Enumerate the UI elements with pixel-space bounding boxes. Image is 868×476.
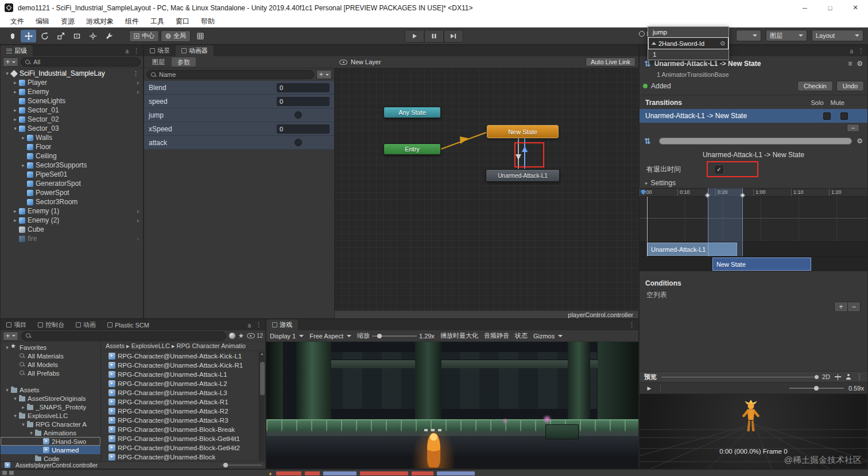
panel-menu-icon[interactable] <box>629 321 635 329</box>
prefab-open-icon[interactable]: › <box>137 217 143 224</box>
hierarchy-row[interactable]: GeneratorSpot <box>1 179 143 188</box>
hierarchy-row[interactable]: ▸ Enemy (2) › <box>1 216 143 225</box>
add-object-button[interactable]: + <box>3 57 18 67</box>
file-row[interactable]: RPG-Character@Unarmed-Block-Break <box>108 425 259 434</box>
auto-live-link-button[interactable]: Auto Live Link <box>586 57 636 67</box>
undo-button[interactable]: Undo <box>836 81 864 91</box>
status-message-illegible[interactable]: ▲ <box>268 471 475 475</box>
panel-tab[interactable]: Plastic SCM <box>102 319 155 330</box>
parameter-value-field[interactable]: 0 <box>277 124 330 134</box>
transform-tool-button[interactable] <box>85 30 100 42</box>
lock-icon[interactable] <box>850 48 853 54</box>
menu-item[interactable]: 窗口 <box>170 17 195 26</box>
hierarchy-search-input[interactable]: All <box>21 57 141 67</box>
project-tree-row[interactable]: ▾ ExplosiveLLC <box>1 411 100 420</box>
transition-list-item[interactable]: Unarmed-Attack-L1 -> New State <box>640 109 867 123</box>
project-tree-row[interactable]: All Prefabs <box>1 369 100 377</box>
checkin-button[interactable]: Checkin <box>797 81 833 91</box>
solo-checkbox[interactable] <box>823 112 831 120</box>
lock-icon[interactable] <box>247 322 251 329</box>
lock-icon[interactable] <box>125 48 129 54</box>
hierarchy-row[interactable]: ▾ Sector_03 <box>1 124 143 133</box>
step-button[interactable] <box>444 30 463 42</box>
menu-item[interactable]: 文件 <box>5 17 30 26</box>
add-parameter-button[interactable]: + <box>316 70 332 79</box>
to-state-bar[interactable]: New State <box>712 257 811 271</box>
project-tree-row[interactable]: ▸ _SNAPS_Prototy <box>1 403 100 411</box>
parameter-row[interactable]: jump <box>144 108 334 122</box>
expander-icon[interactable]: ▸ <box>12 116 18 122</box>
game-viewport[interactable] <box>266 342 638 469</box>
project-tree-row[interactable]: ▾ RPG Character A <box>1 420 100 428</box>
prefab-open-icon[interactable]: › <box>137 79 143 86</box>
maximize-button[interactable]: □ <box>817 0 843 15</box>
expander-icon[interactable]: ▸ <box>20 135 26 141</box>
thumbnail-size-slider[interactable] <box>222 465 262 466</box>
project-tree-row[interactable]: ▾ Favorites <box>1 343 100 352</box>
gear-icon[interactable] <box>857 60 863 68</box>
tab-game[interactable]: 游戏 <box>266 319 298 330</box>
expander-icon[interactable]: ▾ <box>12 413 18 419</box>
preview-menu-icon[interactable] <box>856 373 863 381</box>
hierarchy-row[interactable]: ▸ Sector_01 <box>1 106 143 115</box>
hierarchy-row[interactable]: fire › <box>1 234 143 243</box>
play-button[interactable] <box>405 30 424 42</box>
tab-parameters[interactable]: 参数 <box>172 57 196 67</box>
expander-icon[interactable]: ▸ <box>20 162 26 168</box>
pan-tool-button[interactable] <box>5 30 20 42</box>
hierarchy-row[interactable]: Ceiling <box>1 151 143 161</box>
hierarchy-row[interactable]: Floor <box>1 142 143 151</box>
breadcrumb[interactable]: Assets ▸ ExplosiveLLC ▸ RPG Character An… <box>101 342 265 351</box>
expander-icon[interactable]: ▸ <box>12 107 18 113</box>
expander-icon[interactable]: ▾ <box>20 422 26 427</box>
stats-toggle[interactable]: 状态 <box>515 331 528 340</box>
panel-menu-icon[interactable] <box>255 321 262 329</box>
hierarchy-row[interactable]: Cube <box>1 225 143 234</box>
presets-icon[interactable]: ≡ <box>848 60 852 68</box>
minimize-button[interactable]: ─ <box>792 0 817 15</box>
prefab-open-icon[interactable]: › <box>137 88 143 95</box>
project-tree-row[interactable]: ▾ AssetStoreOriginals <box>1 394 100 403</box>
maximize-on-play-toggle[interactable]: 播放时最大化 <box>440 331 478 340</box>
hierarchy-row[interactable]: ▸ Sector_02 <box>1 115 143 124</box>
parameter-row[interactable]: speed 0 <box>144 95 334 108</box>
mute-audio-toggle[interactable]: 音频静音 <box>484 331 509 340</box>
create-asset-button[interactable]: + <box>3 331 18 341</box>
status-bar[interactable]: ▲ <box>0 469 868 476</box>
settings-foldout[interactable]: ▸ Settings <box>640 178 867 188</box>
project-search-input[interactable] <box>21 331 226 341</box>
file-row[interactable]: RPG-Character@Unarmed-Attack-Kick-L1 <box>108 352 259 361</box>
file-row[interactable]: RPG-Character@Unarmed-Attack-L1 <box>108 370 259 379</box>
tab-layers[interactable]: 图层 <box>146 57 170 67</box>
prefab-open-icon[interactable]: ⋮ <box>133 70 143 77</box>
gizmos-dropdown[interactable]: Gizmos <box>533 333 563 340</box>
layers-dropdown[interactable]: 图层 <box>766 30 807 41</box>
file-row[interactable]: RPG-Character@Unarmed-Block-GetHit1 <box>108 434 259 443</box>
scale-tool-button[interactable] <box>53 30 68 42</box>
pivot-mode-icon[interactable] <box>835 374 841 380</box>
project-tree-row[interactable]: ▾ Animations <box>1 428 100 437</box>
expander-icon[interactable]: ▾ <box>4 71 10 76</box>
unarmed-attack-node[interactable]: Unarmed-Attack-L1 <box>486 169 560 182</box>
file-row[interactable]: RPG-Character@Unarmed-Attack-L3 <box>108 388 259 397</box>
new-state-node[interactable]: New State <box>487 125 559 138</box>
menu-item[interactable]: 资源 <box>55 17 80 26</box>
hierarchy-row[interactable]: ▸ Sector3Supports <box>1 161 143 170</box>
remove-transition-button[interactable]: − <box>847 124 859 132</box>
search-by-type-icon[interactable] <box>229 333 235 339</box>
close-button[interactable]: ✕ <box>843 0 868 15</box>
project-tree-row[interactable]: Unarmed <box>1 446 100 454</box>
hierarchy-row[interactable]: ▾ SciFi_Industrial_SampleLay ⋮ <box>1 69 143 78</box>
scroll-up-icon[interactable]: ▲ <box>261 352 264 356</box>
popup-selected-item[interactable]: 2Hand-Sword-Id ⊙ <box>648 37 728 49</box>
space-toggle[interactable]: 全局 <box>161 30 191 42</box>
preview-play-button[interactable]: ▶ <box>643 384 656 392</box>
preview-speed-slider[interactable] <box>789 388 844 389</box>
current-layer[interactable]: New Layer <box>335 58 381 65</box>
tab-scene[interactable]: 场景 <box>144 45 176 56</box>
expander-icon[interactable]: ▸ <box>12 217 18 223</box>
parameter-search-input[interactable]: Name <box>146 70 314 79</box>
file-row[interactable]: RPG-Character@Unarmed-Attack-Kick-R1 <box>108 361 259 370</box>
parameter-trigger-radio[interactable] <box>294 111 302 119</box>
expander-icon[interactable]: ▾ <box>4 387 10 393</box>
